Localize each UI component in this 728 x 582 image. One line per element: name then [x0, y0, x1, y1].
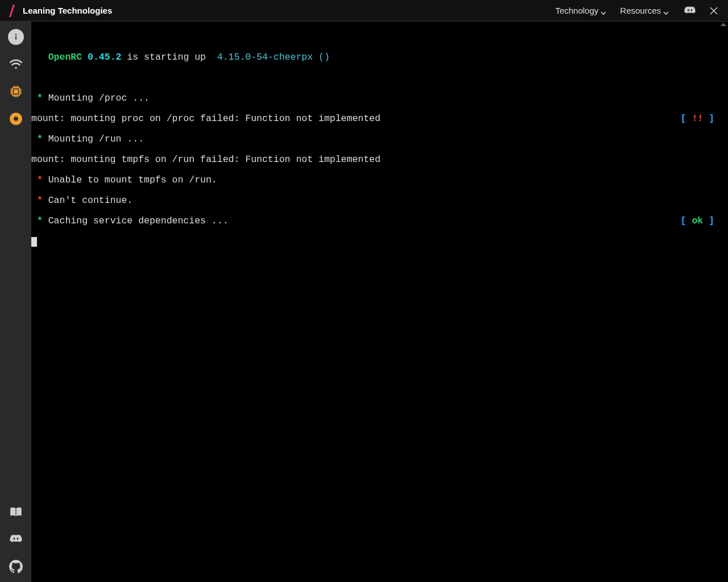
svg-point-6 [14, 117, 18, 121]
nav-technology-label: Technology [555, 6, 598, 15]
status-fail: !! [692, 113, 703, 124]
status-ok: ok [692, 215, 703, 226]
terminal-line: * Mounting /run ... [31, 134, 728, 144]
terminal-line: * Caching service dependencies ...[ ok ] [31, 216, 728, 226]
cpu-icon[interactable] [7, 83, 24, 100]
brand-title: Leaning Technologies [23, 6, 112, 15]
nav-resources[interactable]: Resources [617, 3, 672, 18]
terminal-line [31, 32, 728, 42]
nav-technology[interactable]: Technology [552, 3, 610, 18]
github-icon[interactable] [7, 558, 24, 575]
book-icon[interactable] [7, 504, 24, 521]
chevron-down-icon [663, 8, 669, 14]
svg-rect-4 [14, 90, 17, 93]
terminal-cursor [31, 237, 37, 247]
openrc-kernel: 4.15.0-54-cheerpx () [217, 52, 330, 63]
terminal-line [31, 236, 728, 247]
terminal-line: mount: mounting tmpfs on /run failed: Fu… [31, 155, 728, 165]
terminal-output: OpenRC 0.45.2 is starting up 4.15.0-54-c… [31, 22, 728, 267]
sidebar [0, 22, 31, 582]
openrc-label: OpenRC [48, 52, 82, 63]
disc-icon[interactable] [7, 110, 24, 127]
terminal-area[interactable]: OpenRC 0.45.2 is starting up 4.15.0-54-c… [31, 22, 728, 582]
terminal-line: mount: mounting proc on /proc failed: Fu… [31, 114, 728, 124]
terminal-line: * Can't continue. [31, 196, 728, 206]
nav-resources-label: Resources [620, 6, 661, 15]
discord-icon[interactable] [7, 531, 24, 548]
main-area: OpenRC 0.45.2 is starting up 4.15.0-54-c… [0, 22, 728, 582]
x-icon[interactable] [708, 5, 720, 17]
wifi-icon[interactable] [7, 56, 24, 73]
svg-point-0 [15, 34, 16, 36]
info-icon[interactable] [7, 28, 24, 45]
chevron-down-icon [601, 8, 606, 14]
brand-logo [8, 5, 16, 17]
terminal-line: OpenRC 0.45.2 is starting up 4.15.0-54-c… [31, 52, 728, 63]
terminal-line: * Unable to mount tmpfs on /run. [31, 175, 728, 185]
terminal-line [31, 73, 728, 83]
discord-icon[interactable] [684, 5, 696, 17]
openrc-version: 0.45.2 [88, 52, 121, 63]
terminal-line: * Mounting /proc ... [31, 93, 728, 103]
svg-rect-1 [15, 36, 16, 40]
svg-point-2 [15, 67, 16, 69]
topbar: Leaning Technologies Technology Resource… [0, 0, 728, 22]
scroll-up-indicator [721, 23, 726, 26]
